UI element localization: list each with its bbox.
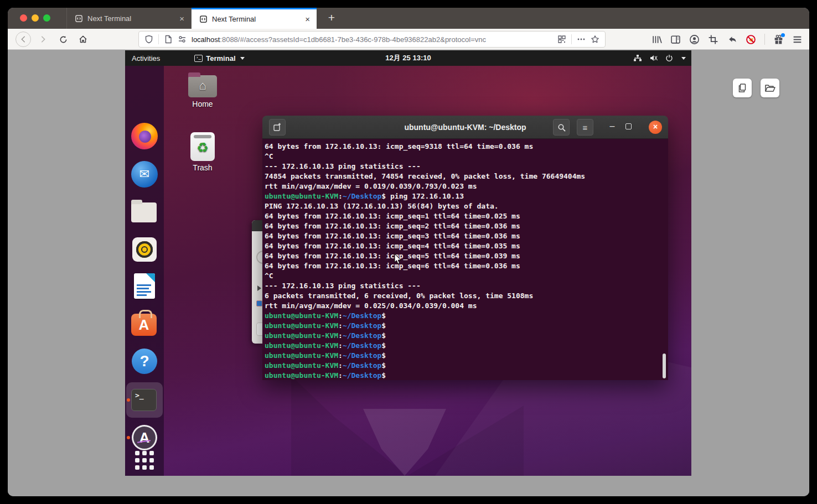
terminal-output[interactable]: 64 bytes from 172.16.10.13: icmp_seq=931… bbox=[262, 139, 668, 380]
home-button[interactable] bbox=[75, 32, 91, 47]
terminal-line: rtt min/avg/max/mdev = 0.025/0.034/0.039… bbox=[265, 301, 665, 311]
reload-icon bbox=[59, 35, 68, 44]
dock-item-help[interactable]: ? bbox=[131, 348, 158, 375]
tab-next-terminal-2[interactable]: Next Terminal × bbox=[192, 8, 317, 29]
minimize-button[interactable]: – bbox=[604, 119, 620, 136]
tab-close-icon[interactable]: × bbox=[178, 14, 185, 23]
terminal-line: ubuntu@ubuntu-KVM:~/Desktop$ bbox=[265, 331, 665, 341]
browser-toolbar: localhost:8088/#/access?assetsId=c1db668… bbox=[8, 29, 809, 50]
blocked-icon[interactable] bbox=[746, 34, 756, 45]
dock-item-rhythmbox[interactable] bbox=[131, 236, 158, 263]
terminal-search-button[interactable] bbox=[553, 119, 570, 136]
terminal-line: 6 packets transmitted, 6 received, 0% pa… bbox=[265, 291, 665, 301]
clock[interactable]: 12月 25 13:10 bbox=[385, 53, 431, 63]
file-manager-button[interactable] bbox=[761, 79, 779, 97]
terminal-window[interactable]: ubuntu@ubuntu-KVM: ~/Desktop ≡ – × 64 by… bbox=[262, 116, 668, 380]
url-host: localhost bbox=[192, 35, 220, 44]
toolbar-right-icons bbox=[651, 32, 803, 47]
tab-close-icon[interactable]: × bbox=[304, 14, 311, 24]
url-path: :8088/#/access?assetsId=c1db6681-7be3-43… bbox=[220, 35, 486, 44]
dropdown-caret-icon bbox=[681, 57, 686, 60]
chevron-down-icon bbox=[240, 57, 245, 60]
maximize-button[interactable] bbox=[625, 123, 632, 129]
back-button[interactable] bbox=[15, 32, 31, 47]
desktop-icon-trash[interactable]: Trash bbox=[179, 132, 226, 172]
page-icon[interactable] bbox=[164, 35, 173, 44]
dock-item-ubuntu-software[interactable]: A bbox=[131, 310, 158, 337]
dock: ✉ A ? >_ A bbox=[125, 66, 164, 476]
undo-icon[interactable] bbox=[727, 34, 737, 45]
libreoffice-writer-icon bbox=[134, 273, 155, 299]
dock-item-terminal[interactable]: >_ bbox=[131, 387, 158, 413]
dock-item-libreoffice-writer[interactable] bbox=[131, 273, 158, 300]
terminal-line: rtt min/avg/max/mdev = 0.019/0.039/0.793… bbox=[265, 181, 665, 191]
tab-next-terminal-1[interactable]: Next Terminal × bbox=[66, 8, 192, 29]
url-bar[interactable]: localhost:8088/#/access?assetsId=c1db668… bbox=[138, 31, 606, 48]
page-actions-icon[interactable] bbox=[577, 35, 586, 44]
url-text[interactable]: localhost:8088/#/access?assetsId=c1db668… bbox=[192, 35, 552, 44]
vnc-canvas[interactable]: Activities ›_ Terminal 12月 25 13:10 bbox=[125, 50, 691, 476]
files-icon bbox=[131, 202, 157, 222]
dock-item-firefox[interactable] bbox=[131, 123, 158, 149]
terminal-line: ubuntu@ubuntu-KVM:~/Desktop$ bbox=[265, 371, 665, 380]
shield-icon[interactable] bbox=[144, 35, 153, 44]
terminal-line: 64 bytes from 172.16.10.13: icmp_seq=1 t… bbox=[265, 211, 665, 221]
network-icon bbox=[633, 54, 642, 62]
terminal-line: PING 172.16.10.13 (172.16.10.13) 56(84) … bbox=[265, 201, 665, 211]
terminal-line: ubuntu@ubuntu-KVM:~/Desktop$ ping 172.16… bbox=[265, 191, 665, 201]
terminal-line: 64 bytes from 172.16.10.13: icmp_seq=2 t… bbox=[265, 221, 665, 231]
dock-item-app-grid[interactable] bbox=[135, 451, 162, 476]
close-window-button[interactable] bbox=[20, 14, 27, 22]
terminal-scrollbar[interactable] bbox=[663, 354, 666, 378]
dock-item-thunderbird[interactable]: ✉ bbox=[131, 161, 158, 188]
back-icon bbox=[19, 35, 27, 43]
dock-item-circle-a-app[interactable]: A bbox=[131, 424, 158, 451]
background-window[interactable] bbox=[252, 220, 263, 344]
terminal-line: 74854 packets transmitted, 74854 receive… bbox=[265, 172, 665, 181]
terminal-line: ubuntu@ubuntu-KVM:~/Desktop$ bbox=[265, 321, 665, 331]
home-icon bbox=[79, 35, 87, 44]
dock-item-files[interactable] bbox=[131, 199, 158, 225]
menu-icon[interactable] bbox=[792, 34, 803, 45]
sidebar-icon[interactable] bbox=[670, 34, 681, 45]
background-window-titlebar bbox=[252, 220, 263, 231]
terminal-mini-icon: ›_ bbox=[194, 55, 203, 62]
terminal-line: --- 172.16.10.13 ping statistics --- bbox=[265, 281, 665, 291]
new-tab-button[interactable]: + bbox=[323, 10, 340, 27]
power-icon bbox=[665, 54, 673, 62]
app-grid-icon bbox=[135, 451, 154, 470]
app-menu-label: Terminal bbox=[206, 54, 235, 63]
play-triangle-icon bbox=[257, 285, 261, 291]
screen: Next Terminal × Next Terminal × + bbox=[0, 0, 817, 504]
next-terminal-favicon-icon bbox=[199, 15, 208, 23]
close-button[interactable]: × bbox=[649, 121, 662, 134]
divider bbox=[158, 34, 159, 44]
terminal-menu-button[interactable]: ≡ bbox=[577, 119, 593, 136]
tab-label: Next Terminal bbox=[87, 14, 174, 23]
reload-button[interactable] bbox=[55, 32, 71, 47]
screenshot-icon[interactable] bbox=[708, 34, 718, 45]
account-icon[interactable] bbox=[689, 34, 700, 45]
terminal-line: ^C bbox=[265, 271, 665, 281]
running-indicator-dot bbox=[127, 436, 130, 439]
permissions-icon[interactable] bbox=[178, 35, 187, 44]
bookmark-star-icon[interactable] bbox=[591, 35, 599, 44]
terminal-line: ^C bbox=[265, 152, 665, 162]
desktop-icon-home[interactable]: Home bbox=[179, 75, 226, 108]
thunderbird-icon: ✉ bbox=[131, 161, 158, 188]
forward-button[interactable] bbox=[35, 32, 51, 47]
minimize-window-button[interactable] bbox=[32, 14, 39, 22]
clipboard-button[interactable] bbox=[733, 79, 752, 97]
tab-label: Next Terminal bbox=[212, 15, 299, 23]
library-icon[interactable] bbox=[651, 34, 662, 45]
activities-button[interactable]: Activities bbox=[132, 54, 160, 63]
terminal-line: 64 bytes from 172.16.10.13: icmp_seq=931… bbox=[265, 142, 665, 152]
terminal-line: ubuntu@ubuntu-KVM:~/Desktop$ bbox=[265, 341, 665, 351]
app-menu[interactable]: ›_ Terminal bbox=[194, 54, 244, 63]
desktop-icon-label: Home bbox=[179, 100, 226, 108]
zoom-window-button[interactable] bbox=[43, 14, 50, 22]
qr-icon[interactable] bbox=[557, 35, 566, 44]
system-status-area[interactable] bbox=[633, 54, 686, 62]
terminal-titlebar[interactable]: ubuntu@ubuntu-KVM: ~/Desktop ≡ – × bbox=[262, 116, 668, 139]
ubuntu-software-icon: A bbox=[131, 314, 157, 336]
